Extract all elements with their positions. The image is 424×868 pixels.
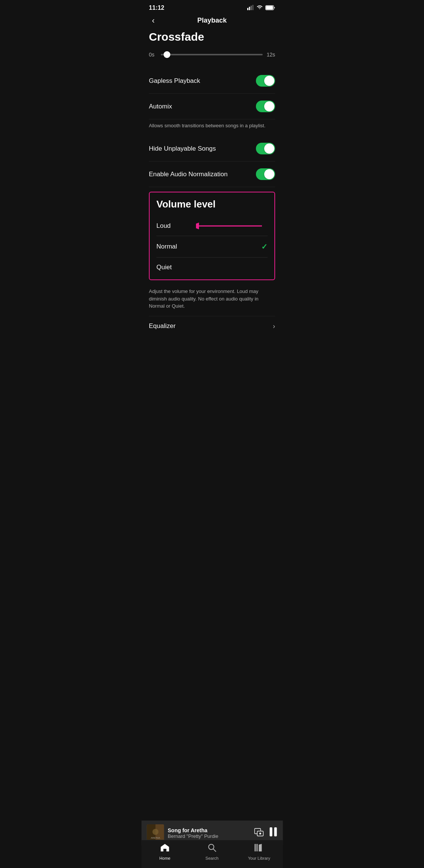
toggle-knob (264, 143, 274, 154)
automix-label: Automix (149, 103, 172, 110)
volume-option-loud[interactable]: Loud (156, 216, 268, 236)
automix-row: Automix (149, 94, 275, 119)
page-header: ‹ Playback (141, 13, 283, 31)
toggle-knob (264, 169, 274, 179)
audio-normalization-label: Enable Audio Normalization (149, 171, 228, 178)
volume-normal-label: Normal (156, 243, 177, 250)
content-area: Crossfade 0s 12s Gapless Playback Automi… (141, 31, 283, 336)
signal-icon (247, 5, 254, 11)
gapless-playback-label: Gapless Playback (149, 77, 200, 85)
equalizer-row[interactable]: Equalizer › (149, 316, 275, 336)
status-bar: 11:12 (141, 0, 283, 13)
svg-rect-0 (247, 8, 248, 10)
automix-toggle[interactable] (256, 101, 275, 112)
volume-level-title: Volume level (156, 198, 268, 210)
volume-note: Adjust the volume for your environment. … (149, 286, 275, 316)
slider-max-label: 12s (266, 52, 275, 58)
crossfade-title: Crossfade (149, 31, 275, 43)
status-icons (247, 5, 275, 11)
svg-rect-1 (249, 7, 250, 10)
gapless-playback-row: Gapless Playback (149, 68, 275, 94)
svg-rect-5 (266, 6, 273, 9)
check-icon: ✓ (261, 242, 268, 251)
equalizer-label: Equalizer (149, 322, 176, 330)
volume-level-box: Volume level Loud Normal ✓ Quiet (149, 192, 275, 280)
hide-unplayable-row: Hide Unplayable Songs (149, 136, 275, 162)
back-button[interactable]: ‹ (149, 14, 158, 27)
crossfade-slider-track[interactable] (161, 54, 263, 55)
page-title: Playback (197, 17, 227, 24)
volume-option-normal[interactable]: Normal ✓ (156, 236, 268, 257)
volume-option-quiet[interactable]: Quiet (156, 257, 268, 277)
audio-normalization-row: Enable Audio Normalization (149, 162, 275, 187)
volume-loud-label: Loud (156, 222, 171, 230)
crossfade-slider-container[interactable]: 0s 12s (149, 52, 275, 58)
audio-normalization-toggle[interactable] (256, 168, 275, 180)
slider-min-label: 0s (149, 52, 157, 58)
chevron-right-icon: › (273, 322, 275, 330)
toggle-knob (264, 101, 274, 111)
battery-icon (265, 5, 275, 11)
arrow-annotation-icon (196, 219, 264, 233)
volume-quiet-label: Quiet (156, 264, 172, 271)
wifi-icon (256, 5, 263, 11)
gapless-playback-toggle[interactable] (256, 75, 275, 87)
svg-rect-2 (251, 6, 252, 10)
slider-thumb[interactable] (164, 51, 170, 58)
hide-unplayable-label: Hide Unplayable Songs (149, 145, 216, 153)
svg-rect-3 (253, 5, 254, 10)
status-time: 11:12 (149, 5, 164, 11)
hide-unplayable-toggle[interactable] (256, 143, 275, 154)
automix-note: Allows smooth transitions between songs … (149, 119, 275, 136)
toggle-knob (264, 76, 274, 86)
